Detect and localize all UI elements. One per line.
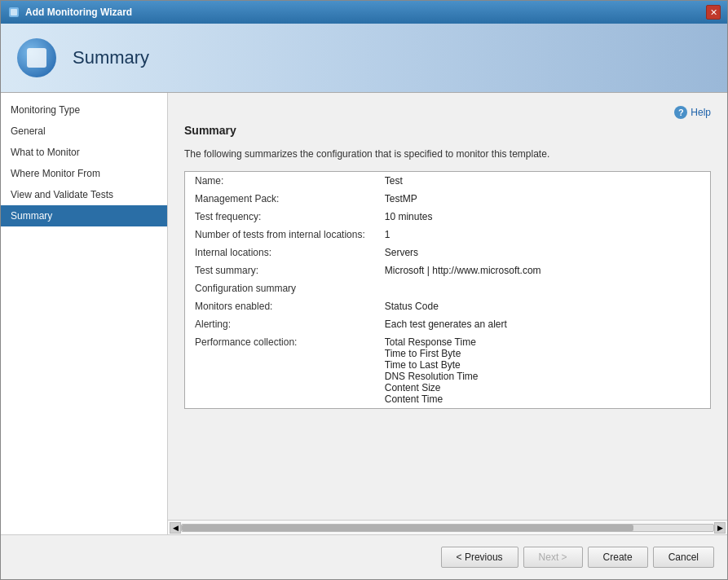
- sidebar-item-general[interactable]: General: [1, 121, 167, 142]
- row-value: 1: [375, 226, 710, 244]
- row-value: Microsoft | http://www.microsoft.com: [375, 261, 710, 279]
- sidebar: Monitoring Type General What to Monitor …: [1, 93, 168, 534]
- row-value: Status Code: [375, 297, 710, 315]
- wizard-window: Add Monitoring Wizard ✕ Summary Monitori…: [0, 0, 728, 580]
- table-row: Monitors enabled: Status Code: [185, 297, 710, 315]
- row-label: Alerting:: [185, 315, 375, 333]
- summary-box: Name: Test Management Pack: TestMP Test …: [184, 171, 711, 409]
- wizard-header: Summary: [1, 24, 727, 93]
- help-icon: ?: [674, 106, 687, 119]
- previous-button[interactable]: < Previous: [441, 547, 518, 568]
- table-row: Internal locations: Servers: [185, 244, 710, 261]
- horizontal-scrollbar[interactable]: ◀ ▶: [168, 520, 727, 534]
- table-row: Alerting: Each test generates an alert: [185, 315, 710, 333]
- summary-table: Name: Test Management Pack: TestMP Test …: [185, 172, 710, 408]
- window-title: Add Monitoring Wizard: [25, 7, 132, 18]
- close-button[interactable]: ✕: [706, 5, 721, 20]
- row-value: Total Response Time Time to First Byte T…: [375, 333, 710, 408]
- row-label: Configuration summary: [185, 279, 375, 297]
- next-button[interactable]: Next >: [523, 547, 583, 568]
- row-label: Name:: [185, 172, 375, 190]
- table-row: Configuration summary: [185, 279, 710, 297]
- row-value: Test: [375, 172, 710, 190]
- main-content: ? Help Summary The following summarizes …: [168, 93, 727, 534]
- table-row: Test frequency: 10 minutes: [185, 208, 710, 226]
- window-icon: [7, 6, 20, 19]
- table-row: Number of tests from internal locations:…: [185, 226, 710, 244]
- row-label: Monitors enabled:: [185, 297, 375, 315]
- table-row: Test summary: Microsoft | http://www.mic…: [185, 261, 710, 279]
- footer-area: < Previous Next > Create Cancel: [1, 534, 727, 579]
- sidebar-item-where-monitor-from[interactable]: Where Monitor From: [1, 163, 167, 184]
- row-label: Test summary:: [185, 261, 375, 279]
- scrollbar-track[interactable]: [181, 524, 714, 532]
- sidebar-item-summary[interactable]: Summary: [1, 205, 167, 226]
- create-button[interactable]: Create: [588, 547, 648, 568]
- table-row: Performance collection: Total Response T…: [185, 333, 710, 408]
- main-inner: ? Help Summary The following summarizes …: [168, 93, 727, 520]
- svg-rect-1: [11, 9, 17, 15]
- wizard-header-title: Summary: [73, 47, 149, 68]
- row-label: Management Pack:: [185, 190, 375, 208]
- row-label: Internal locations:: [185, 244, 375, 261]
- row-label: Test frequency:: [185, 208, 375, 226]
- table-row: Name: Test: [185, 172, 710, 190]
- row-value: [375, 279, 710, 297]
- sidebar-item-what-to-monitor[interactable]: What to Monitor: [1, 142, 167, 163]
- help-label: Help: [690, 107, 711, 118]
- wizard-icon-inner: [27, 48, 46, 68]
- scroll-left-arrow[interactable]: ◀: [170, 522, 181, 534]
- section-title: Summary: [184, 124, 711, 140]
- row-value: Each test generates an alert: [375, 315, 710, 333]
- row-value: Servers: [375, 244, 710, 261]
- scroll-right-arrow[interactable]: ▶: [714, 522, 726, 534]
- sidebar-item-view-validate-tests[interactable]: View and Validate Tests: [1, 184, 167, 205]
- scrollbar-thumb[interactable]: [182, 525, 633, 531]
- row-value: 10 minutes: [375, 208, 710, 226]
- row-value: TestMP: [375, 190, 710, 208]
- title-bar: Add Monitoring Wizard ✕: [1, 1, 727, 24]
- description-text: The following summarizes the configurati…: [184, 148, 711, 160]
- content-area: Monitoring Type General What to Monitor …: [1, 93, 727, 534]
- help-row: ? Help: [184, 106, 711, 119]
- row-label: Number of tests from internal locations:: [185, 226, 375, 244]
- title-bar-left: Add Monitoring Wizard: [7, 6, 132, 19]
- cancel-button[interactable]: Cancel: [653, 547, 714, 568]
- help-link[interactable]: ? Help: [674, 106, 711, 119]
- wizard-icon: [17, 38, 56, 77]
- row-label: Performance collection:: [185, 333, 375, 408]
- table-row: Management Pack: TestMP: [185, 190, 710, 208]
- sidebar-item-monitoring-type[interactable]: Monitoring Type: [1, 99, 167, 121]
